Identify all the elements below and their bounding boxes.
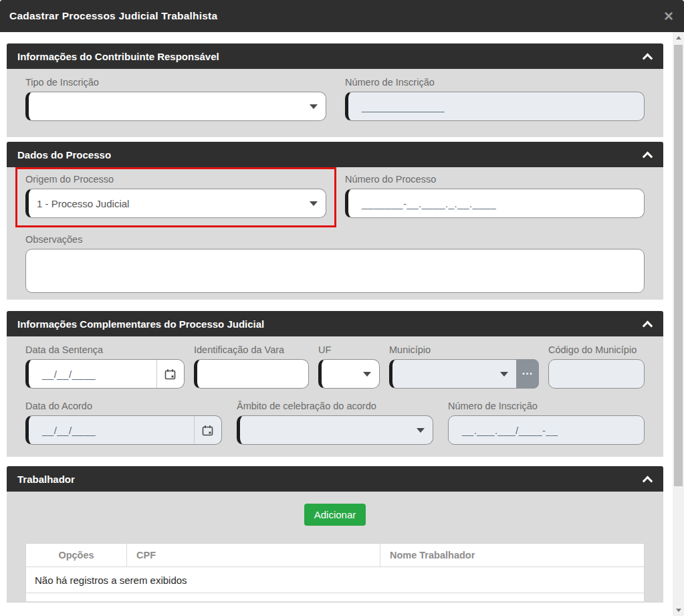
municipio-more-button[interactable]: ... — [516, 359, 539, 389]
caret-down-icon — [310, 104, 318, 109]
chevron-up-icon[interactable] — [643, 476, 653, 486]
municipio-select[interactable] — [389, 359, 516, 389]
highlight-annotation: Origem do Processo 1 - Processo Judicial — [15, 167, 336, 227]
tipo-inscricao-field: Tipo de Inscrição — [25, 77, 326, 121]
adicionar-button[interactable]: Adicionar — [304, 504, 366, 526]
identificacao-vara-input[interactable] — [194, 359, 309, 389]
observacoes-label: Observações — [25, 234, 645, 245]
close-icon[interactable]: × — [663, 8, 675, 24]
municipio-field: Município ... — [389, 344, 539, 389]
data-sentenca-mask: __/__/____ — [42, 369, 96, 380]
trabalhador-table: Opções CPF Nome Trabalhador Não há regis… — [25, 543, 645, 601]
origem-processo-value: 1 - Processo Judicial — [37, 198, 129, 209]
modal-titlebar: Cadastrar Processos Judicial Trabalhista… — [0, 0, 684, 32]
data-acordo-input[interactable]: __/__/____ — [25, 415, 222, 445]
section-title: Informações Complementares do Processo J… — [17, 318, 264, 330]
section-trabalhador: Trabalhador Adicionar Opções CPF Nome Tr… — [7, 466, 663, 603]
identificacao-vara-field: Identificação da Vara — [194, 344, 309, 389]
observacoes-field: Observações — [25, 234, 645, 293]
codigo-municipio-label: Código do Município — [548, 344, 645, 355]
modal-content: Informações do Contribuinte Responsável … — [0, 32, 673, 616]
chevron-up-icon[interactable] — [643, 53, 653, 64]
scroll-down-arrow-icon — [676, 609, 681, 612]
caret-down-icon — [310, 201, 318, 206]
data-acordo-label: Data do Acordo — [25, 401, 222, 411]
calendar-button[interactable] — [194, 416, 213, 444]
scrollbar-thumb[interactable] — [674, 45, 683, 486]
uf-select[interactable] — [318, 359, 380, 389]
chevron-up-icon[interactable] — [643, 151, 653, 162]
origem-processo-select[interactable]: 1 - Processo Judicial — [25, 189, 326, 218]
section-contribuinte-header[interactable]: Informações do Contribuinte Responsável — [7, 43, 663, 69]
ambito-acordo-select[interactable] — [237, 415, 433, 445]
origem-processo-field: Origem do Processo 1 - Processo Judicial — [25, 174, 326, 218]
codigo-municipio-field: Código do Município — [548, 344, 645, 389]
section-complementares: Informações Complementares do Processo J… — [7, 311, 663, 457]
section-contribuinte: Informações do Contribuinte Responsável … — [7, 43, 663, 137]
numero-inscricao-cnpj-field: Número de Inscrição __.___.___/____-__ — [448, 401, 645, 445]
tipo-inscricao-label: Tipo de Inscrição — [25, 77, 326, 88]
numero-inscricao-cnpj-mask: __.___.___/____-__ — [462, 425, 558, 436]
section-dados-processo-body: Origem do Processo 1 - Processo Judicial… — [7, 167, 663, 300]
caret-down-icon — [417, 428, 425, 433]
empty-state-row: Não há registros a serem exibidos — [26, 567, 644, 593]
calendar-button[interactable] — [156, 360, 176, 388]
numero-processo-field: Número do Processo _______-__.____._.__.… — [345, 174, 645, 218]
scrollbar[interactable] — [673, 32, 684, 616]
numero-inscricao-field: Número de Inscrição ______________ — [345, 77, 645, 121]
column-header-nome-trabalhador: Nome Trabalhador — [380, 544, 644, 567]
origem-processo-label: Origem do Processo — [25, 174, 326, 185]
municipio-label: Município — [389, 344, 539, 355]
uf-label: UF — [318, 344, 380, 355]
data-acordo-mask: __/__/____ — [42, 425, 96, 436]
numero-processo-label: Número do Processo — [345, 174, 645, 185]
modal: Cadastrar Processos Judicial Trabalhista… — [0, 0, 684, 616]
trabalhador-table-header: Opções CPF Nome Trabalhador — [26, 544, 644, 567]
section-complementares-body: Data da Sentença __/__/____ — [7, 336, 663, 457]
ambito-acordo-label: Âmbito de celebração do acordo — [237, 401, 433, 411]
ambito-acordo-field: Âmbito de celebração do acordo — [237, 401, 433, 445]
ellipsis-icon: ... — [522, 365, 533, 377]
section-trabalhador-body: Adicionar Opções CPF Nome Trabalhador Nã… — [7, 492, 663, 603]
section-trabalhador-header[interactable]: Trabalhador — [7, 466, 663, 492]
numero-processo-mask: _______-__.____._.__.____ — [362, 198, 496, 209]
observacoes-textarea[interactable] — [25, 249, 645, 293]
calendar-icon — [202, 425, 213, 436]
caret-down-icon — [500, 372, 508, 377]
column-header-cpf: CPF — [127, 544, 380, 567]
data-sentenca-label: Data da Sentença — [25, 344, 185, 355]
numero-inscricao-input[interactable]: ______________ — [345, 92, 645, 121]
section-dados-processo-header[interactable]: Dados do Processo — [7, 142, 663, 167]
identificacao-vara-label: Identificação da Vara — [194, 344, 309, 355]
numero-processo-input[interactable]: _______-__.____._.__.____ — [345, 189, 645, 218]
column-header-opcoes: Opções — [26, 544, 127, 567]
scroll-up-button[interactable] — [673, 32, 684, 43]
section-title: Informações do Contribuinte Responsável — [17, 51, 219, 62]
section-title: Dados do Processo — [17, 149, 111, 161]
calendar-icon — [164, 369, 176, 380]
tipo-inscricao-select[interactable] — [25, 92, 326, 121]
modal-title: Cadastrar Processos Judicial Trabalhista — [9, 10, 217, 22]
data-sentenca-field: Data da Sentença __/__/____ — [25, 344, 185, 389]
data-acordo-field: Data do Acordo __/__/____ — [25, 401, 222, 445]
uf-field: UF — [318, 344, 380, 389]
data-sentenca-input[interactable]: __/__/____ — [25, 359, 185, 389]
numero-inscricao-label: Número de Inscrição — [345, 77, 645, 88]
section-complementares-header[interactable]: Informações Complementares do Processo J… — [7, 311, 663, 336]
scroll-down-button[interactable] — [673, 605, 684, 616]
table-row — [26, 593, 644, 601]
numero-inscricao-cnpj-label: Número de Inscrição — [448, 401, 645, 411]
section-contribuinte-body: Tipo de Inscrição Número de Inscrição __… — [7, 69, 663, 137]
chevron-up-icon[interactable] — [643, 320, 653, 331]
scroll-up-arrow-icon — [676, 36, 681, 39]
section-dados-processo: Dados do Processo Origem do Processo 1 -… — [7, 142, 663, 300]
numero-inscricao-cnpj-input[interactable]: __.___.___/____-__ — [448, 415, 645, 445]
codigo-municipio-input[interactable] — [548, 359, 645, 389]
numero-inscricao-mask: ______________ — [362, 101, 445, 112]
section-title: Trabalhador — [17, 474, 75, 485]
caret-down-icon — [363, 372, 371, 377]
